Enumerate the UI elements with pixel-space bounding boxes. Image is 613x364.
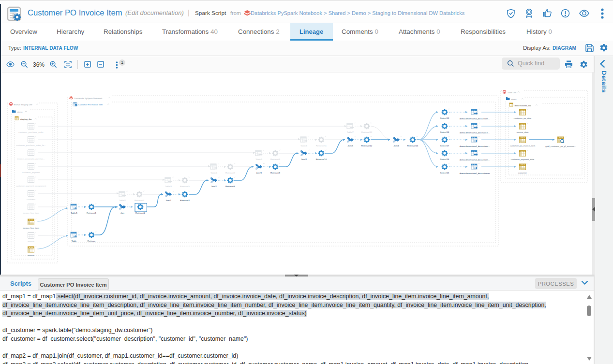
svg-text:Select/19: Select/19	[440, 117, 449, 119]
svg-text:demo.dimensional_dw.custom...: demo.dimensional_dw.custom...	[460, 145, 490, 147]
svg-text:gold_customer_po_gl_account...: gold_customer_po_gl_account...	[545, 145, 576, 147]
svg-text:Retrieve/8: Retrieve/8	[270, 172, 281, 174]
svg-text:Join/3: Join/3	[256, 172, 262, 174]
svg-text:staging_dw: staging_dw	[20, 118, 32, 120]
svg-text:Table/6: Table/6	[300, 145, 308, 147]
svg-text:Table/1: Table/1	[71, 212, 78, 214]
svg-text:Table/7: Table/7	[347, 131, 354, 133]
svg-text:invoice_date: invoice_date	[517, 131, 529, 133]
svg-text:Retrieve/7: Retrieve/7	[225, 172, 236, 174]
svg-text:demo.dimensional_dw.invoice...: demo.dimensional_dw.invoice...	[460, 131, 490, 134]
svg-text:demo: demo	[17, 111, 23, 113]
svg-text:Databricks PySpark Notebook: Databricks PySpark Notebook	[75, 97, 103, 100]
svg-text:invoice_associatio_purchas...: invoice_associatio_purchas...	[17, 158, 45, 160]
svg-text:invoice: invoice	[28, 254, 34, 257]
svg-text:invoice_line_item: invoice_line_item	[23, 212, 39, 214]
svg-text:customer_po_invoice_item: customer_po_invoice_item	[510, 145, 536, 147]
svg-text:Retrieve/2: Retrieve/2	[135, 212, 146, 214]
svg-text:Join: Join	[120, 212, 125, 214]
svg-text:invoice_line_item: invoice_line_item	[23, 227, 39, 229]
svg-text:Gold DW: Gold DW	[508, 91, 517, 94]
svg-text:customer_payment_assignment: customer_payment_assignment	[16, 185, 46, 187]
svg-text:Retrieve/13: Retrieve/13	[361, 131, 373, 133]
svg-text:Table/2: Table/2	[119, 199, 126, 202]
svg-text:Retrieve/6: Retrieve/6	[225, 185, 236, 188]
svg-text:dimensional_dw: dimensional_dw	[515, 104, 531, 107]
svg-text:Retrieve/3: Retrieve/3	[135, 199, 145, 202]
svg-text:Retrieve/5: Retrieve/5	[180, 185, 190, 188]
svg-text:Select/16: Select/16	[440, 158, 449, 160]
svg-text:Customer PO Invoice Item: Customer PO Invoice Item	[78, 103, 103, 106]
svg-text:Join/1: Join/1	[165, 199, 171, 202]
svg-text:customer_payment: customer_payment	[22, 171, 40, 174]
svg-text:demo.dimensional_dw.custom...: demo.dimensional_dw.custom...	[460, 117, 490, 120]
svg-text:Join/6: Join/6	[393, 145, 399, 147]
svg-text:Retrieve/1: Retrieve/1	[87, 212, 97, 214]
svg-text:Retrieve/11: Retrieve/11	[316, 145, 327, 147]
svg-text:Retrieve/12: Retrieve/12	[361, 145, 373, 147]
svg-text:Select/18: Select/18	[440, 131, 449, 133]
svg-text:Join/2: Join/2	[211, 185, 217, 188]
svg-text:Table/5: Table/5	[255, 158, 263, 160]
svg-text:demo: demo	[511, 98, 517, 101]
svg-text:Table/4: Table/4	[210, 172, 218, 174]
svg-text:Join/5: Join/5	[347, 145, 353, 147]
svg-text:Select/15: Select/15	[440, 172, 449, 174]
svg-text:customer_purchase_order_lin...: customer_purchase_order_lin...	[16, 144, 46, 146]
svg-text:Bronze Staging DW: Bronze Staging DW	[14, 103, 33, 106]
svg-text:customer_purchase_order: customer_purchase_order	[18, 131, 44, 133]
svg-text:Table/3: Table/3	[165, 185, 172, 188]
svg-text:invoice: invoice	[28, 240, 34, 243]
svg-text:Select/17: Select/17	[440, 145, 449, 147]
svg-text:demo.dimensional_dw.customer: demo.dimensional_dw.customer	[460, 172, 490, 175]
svg-text:Table: Table	[72, 240, 77, 242]
svg-text:customer: customer	[518, 172, 527, 174]
svg-text:customer_po_date: customer_po_date	[514, 117, 532, 119]
svg-text:Retrieve/4: Retrieve/4	[180, 199, 190, 202]
svg-text:Retrieve/10: Retrieve/10	[316, 158, 327, 160]
svg-text:demo.dimensional_dw.custom...: demo.dimensional_dw.custom...	[460, 159, 490, 161]
svg-text:Retrieve/9: Retrieve/9	[270, 158, 281, 160]
svg-text:Join/4: Join/4	[301, 158, 307, 160]
svg-text:Retrieve/14: Retrieve/14	[407, 145, 419, 147]
svg-text:customer_payment_date: customer_payment_date	[511, 158, 535, 160]
svg-text:Retrieve: Retrieve	[88, 240, 96, 242]
svg-text:customer: customer	[27, 198, 36, 201]
